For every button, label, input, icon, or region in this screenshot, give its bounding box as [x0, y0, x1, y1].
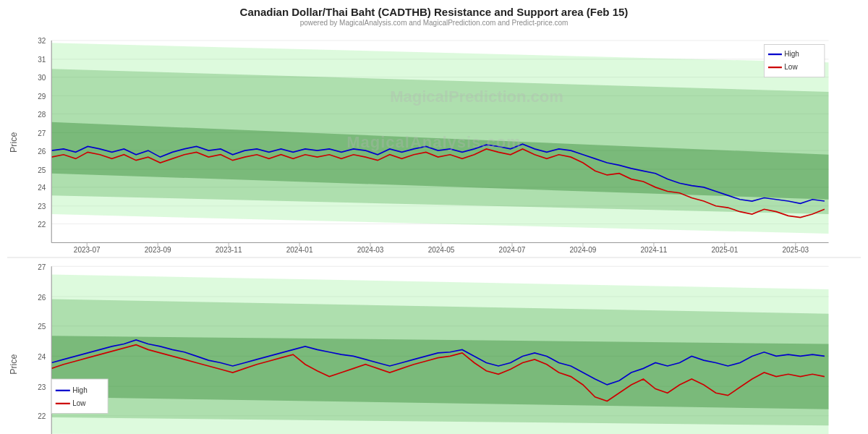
legend-high-label-top: High: [784, 50, 799, 58]
legend-low-label-top: Low: [784, 63, 798, 71]
ytick-26: 26: [38, 148, 46, 156]
xtick-2024-07: 2024-07: [499, 246, 526, 254]
bottom-y-label: Price: [9, 354, 19, 374]
xtick-2023-11: 2023-11: [216, 246, 242, 254]
xtick-2024-11: 2024-11: [641, 246, 668, 254]
top-y-label: Price: [9, 132, 19, 153]
legend-high-label-bottom: High: [72, 386, 88, 394]
xtick-2023-07: 2023-07: [74, 246, 101, 254]
main-container: Canadian Dollar/Thai Baht (CADTHB) Resis…: [0, 0, 868, 434]
ytick-25: 25: [38, 166, 46, 174]
top-chart-svg: Price 32 31 30 29 28 27 26: [7, 28, 861, 257]
legend-low-label-bottom: Low: [72, 399, 86, 407]
chart-title: Canadian Dollar/Thai Baht (CADTHB) Resis…: [0, 6, 868, 18]
ytick-24: 24: [38, 184, 46, 192]
byt-23: 23: [38, 383, 46, 391]
xtick-2023-09: 2023-09: [145, 246, 171, 254]
charts-area: MagicalAnalysis.com MagicalPrediction.co…: [0, 28, 868, 434]
ytick-28: 28: [38, 111, 46, 119]
ytick-30: 30: [38, 74, 46, 82]
bottom-chart-wrapper: Price 27 26 25 24 23 22 21: [7, 258, 861, 434]
top-x-label: Date: [431, 256, 448, 257]
byt-22: 22: [38, 412, 46, 420]
chart-header: Canadian Dollar/Thai Baht (CADTHB) Resis…: [0, 0, 868, 28]
ytick-22: 22: [38, 221, 46, 229]
ytick-32: 32: [38, 37, 46, 45]
xtick-2024-01: 2024-01: [286, 246, 313, 254]
ytick-23: 23: [38, 203, 46, 210]
ytick-31: 31: [38, 56, 46, 64]
ytick-27: 27: [38, 129, 46, 137]
legend-box-bottom: [51, 379, 108, 413]
xtick-2024-09: 2024-09: [570, 246, 597, 254]
byt-25: 25: [38, 323, 46, 331]
xtick-2024-03: 2024-03: [357, 246, 384, 254]
byt-24: 24: [38, 353, 46, 361]
byt-27: 27: [38, 263, 46, 271]
chart-subtitle: powered by MagicalAnalysis.com and Magic…: [0, 19, 868, 27]
xtick-2025-01: 2025-01: [711, 246, 738, 254]
ytick-29: 29: [38, 93, 46, 101]
xtick-2024-05: 2024-05: [428, 246, 455, 254]
legend-box-top: [764, 45, 824, 77]
byt-26: 26: [38, 293, 46, 301]
top-chart-wrapper: MagicalAnalysis.com MagicalPrediction.co…: [7, 28, 861, 257]
bottom-chart-svg: Price 27 26 25 24 23 22 21: [7, 258, 861, 434]
bottom-inner-band: [51, 336, 828, 409]
xtick-2025-03: 2025-03: [782, 246, 809, 254]
